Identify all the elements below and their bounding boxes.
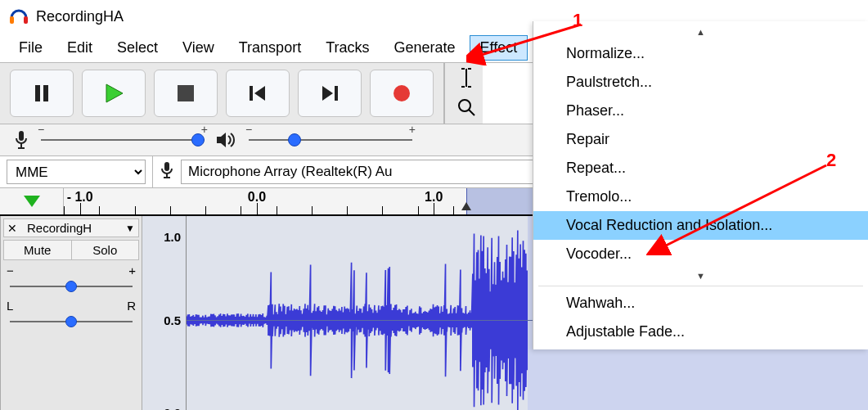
svg-rect-5 (178, 85, 194, 101)
pause-button[interactable] (10, 70, 74, 117)
slider-plus-label: + (201, 123, 208, 136)
menu-select[interactable]: Select (106, 35, 169, 61)
effect-menu-item-repair[interactable]: Repair (533, 125, 868, 154)
effect-menu-item-adjustable-fade[interactable]: Adjustable Fade... (533, 318, 868, 346)
track-control-panel: ✕ RecordingH ▼ Mute Solo − + L R (0, 216, 142, 410)
speaker-icon (216, 131, 237, 149)
mute-button[interactable]: Mute (4, 241, 72, 259)
track-name[interactable]: RecordingH (24, 219, 119, 237)
menu-scroll-down-icon[interactable]: ▼ (533, 268, 868, 283)
svg-marker-8 (322, 86, 333, 101)
svg-rect-13 (19, 131, 24, 141)
menu-edit[interactable]: Edit (56, 35, 103, 61)
effect-menu-item-vocoder[interactable]: Vocoder... (533, 240, 868, 268)
menu-view[interactable]: View (172, 35, 225, 61)
svg-rect-0 (10, 16, 14, 24)
annotation-2: 2 (826, 150, 836, 171)
svg-rect-9 (335, 86, 338, 101)
audio-host-select[interactable]: MME (7, 160, 146, 184)
menu-tracks[interactable]: Tracks (315, 35, 380, 61)
svg-rect-2 (35, 85, 40, 101)
svg-rect-21 (164, 162, 169, 171)
track-dropdown-icon[interactable]: ▼ (122, 223, 138, 234)
stop-button[interactable] (154, 70, 218, 117)
effect-menu-item-phaser[interactable]: Phaser... (533, 97, 868, 125)
svg-marker-7 (254, 86, 265, 101)
svg-point-10 (394, 85, 410, 101)
menu-file[interactable]: File (8, 35, 53, 61)
gain-minus-label: − (7, 264, 14, 277)
svg-rect-1 (24, 16, 28, 24)
window-title: RecordingHA (36, 8, 124, 25)
transport-toolbar (0, 63, 444, 124)
selection-tool-ibeam-icon[interactable] (450, 63, 483, 92)
pan-slider[interactable] (5, 316, 137, 327)
zoom-tool-magnifier-icon[interactable] (450, 92, 483, 122)
effect-menu-item-tremolo[interactable]: Tremolo... (533, 182, 868, 211)
menu-generate[interactable]: Generate (383, 35, 465, 61)
menu-effect[interactable]: Effect (470, 35, 528, 61)
pan-left-label: L (7, 299, 13, 313)
effect-menu-item-wahwah[interactable]: Wahwah... (533, 289, 868, 318)
menu-transport[interactable]: Transport (228, 35, 312, 61)
microphone-icon (160, 161, 174, 183)
solo-button[interactable]: Solo (72, 241, 139, 259)
audacity-logo-icon (8, 6, 29, 27)
svg-point-11 (459, 100, 470, 111)
menu-scroll-up-icon[interactable]: ▲ (533, 25, 868, 39)
effect-menu-dropdown: ▲ Normalize...Paulstretch...Phaser...Rep… (533, 21, 868, 349)
annotation-1: 1 (573, 10, 582, 31)
track-vertical-axis: 1.00.50.0 (142, 216, 187, 410)
skip-to-end-button[interactable] (298, 70, 362, 117)
pan-right-label: R (127, 299, 136, 313)
effect-menu-item-repeat[interactable]: Repeat... (533, 154, 868, 182)
svg-marker-16 (217, 133, 226, 147)
skip-to-start-button[interactable] (226, 70, 290, 117)
svg-line-12 (469, 110, 474, 115)
svg-rect-3 (43, 85, 48, 101)
play-button[interactable] (82, 70, 146, 117)
vaxis-label: 1.0 (164, 230, 181, 244)
gain-plus-label: + (128, 264, 136, 277)
vaxis-label: 0.0 (164, 405, 181, 410)
slider-minus-label: − (245, 123, 252, 136)
timeline-playhead-icon[interactable] (24, 196, 40, 207)
effect-menu-item-vocal-reduction-isolation[interactable]: Vocal Reduction and Isolation... (533, 211, 868, 240)
gain-slider[interactable] (5, 281, 137, 292)
menu-separator (538, 286, 863, 286)
svg-marker-4 (106, 84, 123, 102)
playback-level-slider[interactable]: − + (249, 133, 412, 147)
track-close-button[interactable]: ✕ (4, 220, 20, 237)
record-button[interactable] (370, 70, 434, 117)
slider-plus-label: + (409, 123, 416, 136)
effect-menu-item-normalize[interactable]: Normalize... (533, 39, 868, 68)
svg-rect-6 (250, 86, 253, 101)
recording-level-slider[interactable]: − + (41, 133, 205, 147)
effect-menu-item-paulstretch[interactable]: Paulstretch... (533, 68, 868, 97)
microphone-icon (13, 130, 29, 150)
svg-marker-24 (461, 202, 471, 210)
slider-minus-label: − (38, 123, 44, 136)
vaxis-label: 0.5 (164, 313, 181, 327)
